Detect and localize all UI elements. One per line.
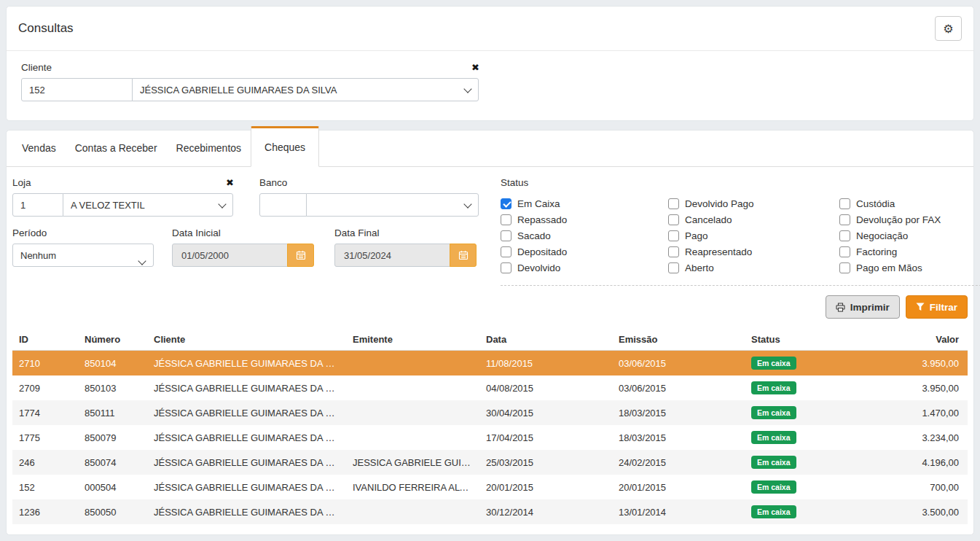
checkbox-icon[interactable]	[839, 230, 850, 241]
banco-select[interactable]	[306, 193, 479, 217]
periodo-select-wrap: Nenhum	[12, 250, 154, 261]
data-inicial-calendar-button[interactable]	[287, 244, 314, 267]
status-badge: Em caixa	[751, 480, 796, 494]
cell-emitente	[346, 351, 479, 376]
status-checkbox-repassado[interactable]: Repassado	[501, 211, 668, 227]
table-row[interactable]: 1775850079JÉSSICA GABRIELLE GUIMARAES DA…	[12, 425, 968, 450]
cell-numero: 850103	[78, 375, 147, 400]
cliente-code-input[interactable]	[21, 78, 133, 101]
cell-cliente: JÉSSICA GABRIELLE GUIMARAES DA SILVA	[147, 475, 346, 499]
column-header-data[interactable]: Data	[479, 329, 612, 351]
checkbox-icon[interactable]	[668, 198, 679, 209]
cliente-clear-icon[interactable]: ✖	[471, 63, 479, 72]
loja-label: Loja	[12, 177, 31, 188]
cell-numero: 850050	[78, 499, 147, 524]
data-final-calendar-button[interactable]	[450, 244, 477, 267]
banco-group: Banco	[259, 177, 479, 217]
status-badge: Em caixa	[751, 357, 796, 370]
column-header-valor[interactable]: Valor	[854, 329, 968, 351]
checkbox-icon[interactable]	[839, 246, 850, 257]
status-checkbox-negociacao[interactable]: Negociação	[839, 227, 980, 244]
checkbox-icon[interactable]	[839, 198, 850, 209]
status-cell: Em caixa	[745, 400, 854, 425]
printer-icon	[836, 303, 845, 312]
status-checkbox-aberto[interactable]: Aberto	[668, 260, 839, 276]
status-checkbox-devolucao-por-fax[interactable]: Devolução por FAX	[839, 211, 980, 227]
status-badge: Em caixa	[751, 456, 796, 469]
loja-select[interactable]: A VELOZ TEXTIL	[63, 193, 233, 217]
cell-valor: 3.234,00	[854, 425, 968, 450]
table-row[interactable]: 2710850104JÉSSICA GABRIELLE GUIMARAES DA…	[12, 351, 968, 376]
cell-emitente	[346, 499, 479, 524]
imprimir-button[interactable]: Imprimir	[826, 295, 900, 319]
checkbox-icon[interactable]	[501, 230, 511, 241]
status-checkbox-factoring[interactable]: Factoring	[839, 244, 980, 260]
data-inicial-input[interactable]	[172, 244, 288, 267]
cell-cliente: JÉSSICA GABRIELLE GUIMARAES DA SILVA	[147, 450, 346, 475]
status-checkbox-devolvido[interactable]: Devolvido	[501, 260, 668, 276]
column-header-cliente[interactable]: Cliente	[147, 329, 346, 351]
cell-data: 17/04/2015	[479, 425, 612, 450]
table-header-row: IDNúmeroClienteEmitenteDataEmissãoStatus…	[12, 329, 968, 351]
tab-recebimentos[interactable]: Recebimentos	[167, 131, 251, 166]
banco-code-input[interactable]	[259, 193, 307, 217]
periodo-select[interactable]: Nenhum	[12, 244, 154, 267]
status-checkbox-cancelado[interactable]: Cancelado	[668, 211, 839, 227]
status-checkbox-pago[interactable]: Pago	[668, 227, 839, 244]
status-checkbox-devolvido-pago[interactable]: Devolvido Pago	[668, 195, 839, 211]
tab-vendas[interactable]: Vendas	[12, 131, 66, 166]
cell-emitente	[346, 375, 479, 400]
tab-contas-a-receber[interactable]: Contas a Receber	[66, 131, 167, 166]
cell-emissao: 18/03/2015	[612, 425, 745, 450]
status-checkbox-depositado[interactable]: Depositado	[501, 244, 668, 260]
data-final-input[interactable]	[334, 244, 450, 267]
cell-valor: 700,00	[854, 475, 968, 499]
checkbox-icon[interactable]	[839, 214, 850, 225]
table-row[interactable]: 2709850103JÉSSICA GABRIELLE GUIMARAES DA…	[12, 375, 968, 400]
status-cell: Em caixa	[745, 351, 854, 376]
checkbox-icon[interactable]	[668, 262, 679, 273]
table-row[interactable]: 1236850050JÉSSICA GABRIELLE GUIMARAES DA…	[12, 499, 968, 524]
column-header-id[interactable]: ID	[12, 329, 78, 351]
table-row[interactable]: 152000504JÉSSICA GABRIELLE GUIMARAES DA …	[12, 475, 968, 499]
checkbox-icon[interactable]	[501, 214, 511, 225]
status-checkbox-em-caixa[interactable]: Em Caixa	[501, 195, 668, 211]
table-row[interactable]: 246850074JÉSSICA GABRIELLE GUIMARAES DA …	[12, 450, 968, 475]
status-checkbox-label: Negociação	[856, 230, 908, 241]
loja-code-input[interactable]	[12, 193, 63, 217]
cell-numero: 000504	[78, 475, 147, 499]
status-checkbox-reapresentado[interactable]: Reapresentado	[668, 244, 839, 260]
cell-emissao: 03/06/2015	[612, 351, 745, 376]
column-header-emitente[interactable]: Emitente	[346, 329, 479, 351]
column-header-numero[interactable]: Número	[78, 329, 147, 351]
column-header-status[interactable]: Status	[745, 329, 854, 351]
filtrar-button[interactable]: Filtrar	[906, 295, 968, 319]
checkbox-icon[interactable]	[501, 246, 511, 257]
status-checkbox-sacado[interactable]: Sacado	[501, 227, 668, 244]
cell-id: 2710	[12, 351, 78, 376]
checkbox-icon[interactable]	[668, 230, 679, 241]
cliente-select[interactable]: JÉSSICA GABRIELLE GUIMARAES DA SILVA	[132, 78, 479, 101]
status-checkbox-label: Factoring	[856, 246, 897, 257]
column-header-emissao[interactable]: Emissão	[612, 329, 745, 351]
periodo-group: Período Nenhum	[12, 227, 154, 267]
checkbox-icon[interactable]	[501, 198, 511, 209]
cell-id: 1774	[12, 400, 78, 425]
status-badge: Em caixa	[751, 505, 796, 518]
cell-emitente: IVANILDO FERREIRA ALVES FI…	[346, 475, 479, 499]
checkbox-icon[interactable]	[839, 262, 850, 273]
table-row[interactable]: 1774850111JÉSSICA GABRIELLE GUIMARAES DA…	[12, 400, 968, 425]
data-inicial-label: Data Inicial	[172, 227, 221, 238]
cheques-table: IDNúmeroClienteEmitenteDataEmissãoStatus…	[12, 329, 968, 524]
tab-cheques[interactable]: Cheques	[251, 126, 319, 167]
cell-data: 04/08/2015	[479, 375, 612, 400]
status-checkbox-pago-em-maos[interactable]: Pago em Mãos	[839, 260, 980, 276]
settings-button[interactable]: ⚙	[935, 16, 962, 41]
cell-data: 30/04/2015	[479, 400, 612, 425]
cell-valor: 1.470,00	[854, 400, 968, 425]
checkbox-icon[interactable]	[668, 246, 679, 257]
checkbox-icon[interactable]	[501, 262, 511, 273]
checkbox-icon[interactable]	[668, 214, 679, 225]
loja-clear-icon[interactable]: ✖	[226, 178, 234, 187]
status-checkbox-custodia[interactable]: Custódia	[839, 195, 980, 211]
